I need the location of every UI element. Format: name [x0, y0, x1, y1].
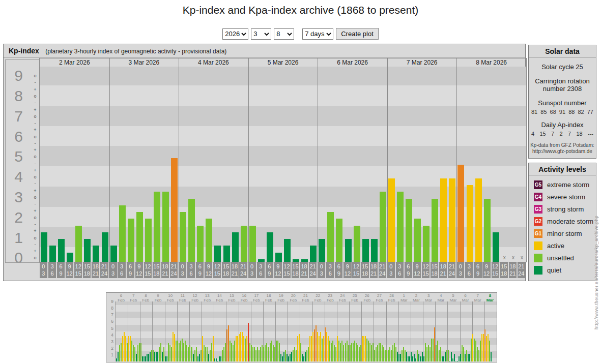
kp-bar-7mar-5: [432, 199, 438, 262]
kp-bar-5mar-0: [249, 226, 256, 262]
mini-bar: [125, 336, 126, 361]
mini-bar: [147, 354, 148, 361]
mini-bar: [379, 343, 380, 361]
mini-bar: [130, 336, 131, 361]
day-header-7: 8 Mar 2026: [456, 59, 526, 66]
kp-bar-8mar-3: [484, 199, 491, 262]
x-label-0-3: 03: [179, 262, 186, 278]
mini-bar: [486, 336, 487, 361]
page-title: Kp-index and Kpa-index archive (1868 to …: [0, 4, 601, 16]
mini-bar: [266, 343, 267, 361]
kp-bar-4mar-3: [206, 219, 212, 262]
mini-bar: [131, 341, 132, 361]
kp-missing-mark: x: [509, 255, 518, 260]
mini-day-header-7Feb: 7Feb: [127, 293, 139, 302]
mini-bar: [395, 347, 396, 361]
mini-bar: [220, 356, 221, 361]
x-label-6-9: 69: [266, 262, 273, 278]
x-label-15-18: 1518: [500, 262, 508, 278]
sunspot-number-header: Sunspot number: [529, 99, 596, 107]
mini-day-header-23Feb: 23Feb: [324, 293, 336, 302]
mini-bar: [296, 350, 297, 361]
mini-bar: [353, 343, 354, 361]
mini-bar: [371, 345, 372, 361]
y-tick-3+: +: [31, 188, 39, 193]
mini-day-header-11Feb: 11Feb: [177, 293, 189, 302]
y-axis-number-6: 6: [6, 128, 32, 145]
mini-bar: [460, 354, 461, 361]
mini-bar: [481, 334, 482, 361]
mini-bar: [254, 347, 255, 361]
mini-bar: [426, 347, 427, 361]
kp-bar-4mar-1: [188, 199, 195, 262]
mini-bar: [194, 350, 195, 361]
mini-bar: [452, 358, 453, 361]
mini-bar: [474, 339, 475, 361]
day-select[interactable]: 8: [274, 28, 294, 40]
mini-day-header-25Feb: 25Feb: [349, 293, 361, 302]
mini-bar: [160, 343, 161, 361]
day-divider: [248, 58, 249, 67]
create-plot-button[interactable]: Create plot: [336, 28, 379, 40]
mini-day-header-6Mar: 6Mar: [460, 293, 472, 302]
mini-bar: [402, 350, 403, 361]
mini-bar: [309, 336, 310, 361]
kp-bar-3mar-1: [119, 205, 126, 262]
mini-bar: [406, 352, 407, 361]
activity-level-row-strong-storm: G3strong storm: [529, 203, 596, 215]
mini-day-header-9Feb: 9Feb: [152, 293, 164, 302]
activity-level-row-minor-storm: G1minor storm: [529, 227, 596, 239]
mini-bar: [169, 345, 170, 361]
mini-bar: [165, 356, 166, 361]
y-tick-0o: o: [31, 255, 39, 260]
mini-bar: [431, 339, 432, 361]
mini-bar: [279, 343, 280, 361]
mini-day-header-3Mar: 3Mar: [422, 293, 435, 302]
mini-bar: [312, 332, 313, 361]
range-select[interactable]: 7 days: [302, 28, 333, 40]
activity-levels-header: Activity levels: [529, 163, 596, 175]
x-label-0-3: 03: [318, 262, 325, 278]
day-header-5: 6 Mar 2026: [318, 59, 387, 66]
activity-level-chip-g5: G5: [534, 180, 542, 189]
kp-plot-area: xxx: [39, 67, 527, 262]
mini-bar: [305, 352, 306, 361]
ap-value: ---: [588, 131, 593, 137]
mini-y-label-6: 6: [107, 319, 113, 324]
activity-level-row-severe-storm: G4severe storm: [529, 191, 596, 203]
kp-bar-2mar-3: [67, 253, 73, 262]
grid-day-divider: [109, 67, 110, 262]
kp-bar-8mar-4: [493, 232, 499, 262]
x-label-15-18: 1518: [153, 262, 160, 278]
activity-level-row-active: active: [529, 239, 596, 252]
mini-y-label-9: 9: [107, 299, 113, 304]
mini-bar: [219, 356, 220, 361]
mini-bar: [417, 350, 418, 361]
x-label-12-15: 1215: [492, 262, 499, 278]
activity-level-label: quiet: [547, 266, 561, 274]
mini-bar: [477, 347, 478, 361]
mini-bar: [343, 345, 344, 361]
mini-bar: [205, 347, 206, 361]
mini-bar: [157, 352, 158, 361]
x-label-0-3: 03: [456, 262, 464, 278]
mini-bar: [222, 350, 223, 361]
mini-bar: [445, 352, 446, 361]
mini-bar: [451, 352, 452, 361]
mini-bar: [297, 336, 298, 361]
ap-index-values: 41572718---: [529, 131, 596, 137]
mini-bar: [260, 347, 261, 361]
x-label-18-21: 1821: [509, 262, 517, 278]
year-select[interactable]: 2026: [222, 28, 248, 40]
y-tick-3o: o: [31, 195, 39, 200]
kp-bar-8mar-1: [467, 185, 473, 262]
mini-bar: [317, 332, 318, 361]
mini-bar: [217, 361, 218, 362]
mini-bar: [418, 354, 419, 361]
day-divider: [318, 58, 318, 67]
kp-bar-2mar-6: [93, 246, 99, 262]
activity-level-label: strong storm: [547, 205, 584, 213]
x-label-12-15: 1215: [352, 262, 360, 278]
y-tick-1o: o: [31, 235, 39, 240]
month-select[interactable]: 3: [251, 28, 271, 40]
